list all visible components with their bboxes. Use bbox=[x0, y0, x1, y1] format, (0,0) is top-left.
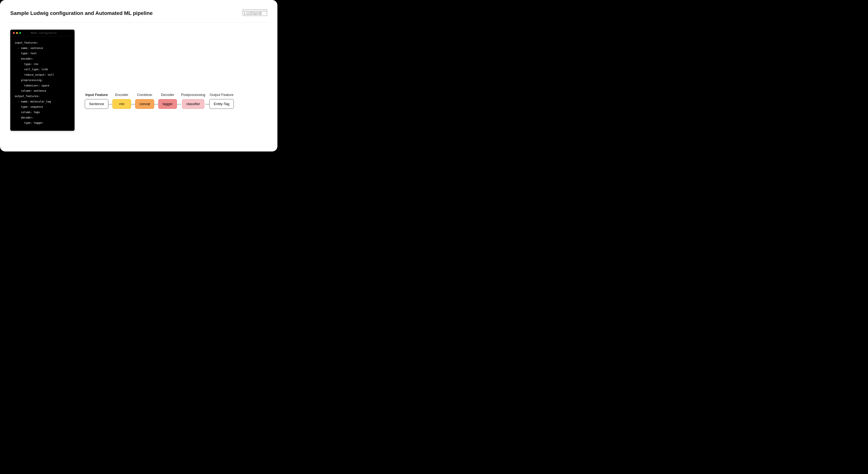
pipeline-stage: Decodertagger bbox=[158, 93, 177, 109]
connector bbox=[108, 104, 113, 104]
svg-rect-6 bbox=[247, 14, 249, 15]
stage-box: rnn bbox=[113, 99, 131, 109]
terminal-title: Model Configuration bbox=[16, 32, 72, 34]
stage-label: Encoder bbox=[115, 93, 128, 97]
stage-label: Combiner bbox=[137, 93, 152, 97]
diagram-frame: Sample Ludwig configuration and Automate… bbox=[0, 0, 277, 151]
pipeline-stage: Input FeatureSentence bbox=[85, 93, 108, 109]
pipeline-stage: Postprocessingclassifier bbox=[181, 93, 205, 109]
page-title: Sample Ludwig configuration and Automate… bbox=[10, 10, 153, 16]
pipeline-stage: Encoderrnn bbox=[113, 93, 131, 109]
svg-rect-19 bbox=[259, 14, 261, 15]
stage-label: Output Feature bbox=[210, 93, 234, 97]
connector bbox=[205, 104, 209, 104]
svg-rect-14 bbox=[253, 14, 257, 15]
content: Model Configuration input_features: - na… bbox=[10, 30, 267, 131]
stage-box: Sentence bbox=[85, 99, 108, 109]
ludwig-logo-icon bbox=[243, 9, 267, 16]
svg-rect-15 bbox=[257, 12, 258, 15]
stage-label: Input Feature bbox=[85, 93, 108, 97]
stage-label: Postprocessing bbox=[181, 93, 205, 97]
connector bbox=[154, 104, 158, 104]
stage-box: Entity-Tag bbox=[209, 99, 234, 109]
pipeline-stage: Output FeatureEntity-Tag bbox=[209, 93, 234, 109]
stage-box: concat bbox=[135, 99, 154, 109]
terminal-header: Model Configuration bbox=[10, 30, 74, 36]
close-icon bbox=[13, 32, 15, 34]
connector bbox=[177, 104, 181, 104]
stage-box: tagger bbox=[158, 99, 177, 109]
connector bbox=[131, 104, 135, 104]
pipeline: Input FeatureSentenceEncoderrnnCombinerc… bbox=[85, 71, 234, 131]
svg-rect-20 bbox=[260, 13, 261, 14]
terminal-code: input_features: - name: sentence type: t… bbox=[10, 36, 74, 131]
svg-rect-9 bbox=[250, 12, 253, 13]
svg-rect-10 bbox=[250, 14, 253, 15]
header: Sample Ludwig configuration and Automate… bbox=[10, 10, 267, 17]
svg-rect-3 bbox=[244, 14, 246, 15]
svg-rect-18 bbox=[259, 12, 261, 13]
stage-box: classifier bbox=[182, 99, 204, 109]
ludwig-logo bbox=[243, 9, 267, 17]
stage-label: Decoder bbox=[161, 93, 174, 97]
pipeline-stage: Combinerconcat bbox=[135, 93, 154, 109]
code-terminal: Model Configuration input_features: - na… bbox=[10, 30, 74, 131]
divider bbox=[10, 22, 267, 23]
